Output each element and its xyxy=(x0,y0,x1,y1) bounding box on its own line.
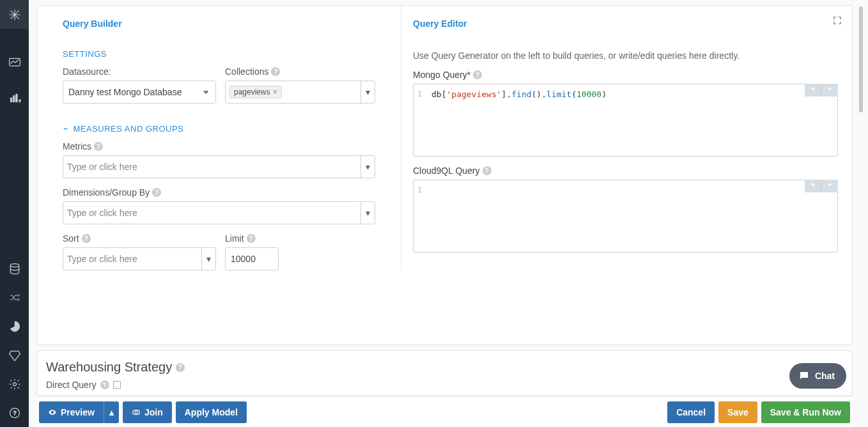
caret-down-icon[interactable]: ▾ xyxy=(201,248,215,270)
datasource-label: Datasource: xyxy=(63,66,216,77)
help-icon[interactable]: ? xyxy=(100,380,109,389)
save-button[interactable]: Save xyxy=(718,401,757,423)
svg-rect-1 xyxy=(10,98,12,102)
chat-button[interactable]: Chat xyxy=(789,363,846,389)
c9ql-code[interactable]: 1 xyxy=(414,180,837,251)
collections-label: Collections ? xyxy=(225,66,375,77)
help-icon[interactable]: ? xyxy=(483,166,492,175)
collection-chip[interactable]: pageviews × xyxy=(229,86,282,98)
datasource-select[interactable]: Danny test Mongo Database xyxy=(63,81,216,104)
nav-line-chart-icon[interactable] xyxy=(0,48,29,77)
svg-text:+: + xyxy=(18,98,20,104)
main-content: Query Builder SETTINGS Datasource: Danny… xyxy=(29,0,868,427)
help-icon[interactable]: ? xyxy=(94,142,103,151)
nav-gear-icon[interactable] xyxy=(0,369,29,398)
nav-shuffle-icon[interactable] xyxy=(0,283,29,312)
logo-icon[interactable] xyxy=(0,0,29,29)
preview-dropdown-button[interactable]: ▴ xyxy=(104,401,119,423)
svg-point-6 xyxy=(13,382,16,385)
cancel-button[interactable]: Cancel xyxy=(667,401,715,423)
direct-query-row: Direct Query ? xyxy=(46,380,841,390)
nav-pie-chart-icon[interactable] xyxy=(0,312,29,341)
help-icon[interactable]: ? xyxy=(176,363,185,372)
query-editor-column: Query Editor Use Query Generator on the … xyxy=(401,6,852,345)
svg-rect-2 xyxy=(13,95,15,102)
scrollbar-thumb[interactable] xyxy=(859,6,863,113)
help-icon[interactable]: ? xyxy=(82,234,91,243)
left-nav-rail: + ? xyxy=(0,0,29,427)
nav-bar-chart-icon[interactable]: + xyxy=(0,83,29,112)
measures-heading[interactable]: MEASURES AND GROUPS xyxy=(63,124,375,134)
sort-label: Sort ? xyxy=(63,233,216,244)
sort-combo[interactable]: Type or click here ▾ xyxy=(63,247,216,270)
remove-chip-icon[interactable]: × xyxy=(273,88,277,97)
svg-point-5 xyxy=(10,263,19,267)
svg-text:?: ? xyxy=(13,410,16,416)
query-editor-title: Query Editor xyxy=(413,19,838,29)
caret-down-icon[interactable]: ▾ xyxy=(360,81,375,103)
query-panel: Query Builder SETTINGS Datasource: Danny… xyxy=(36,5,853,345)
caret-down-icon[interactable]: ▾ xyxy=(360,156,375,178)
mongo-code[interactable]: 1db['pageviews'].find().limit(10000) xyxy=(414,84,837,155)
expand-icon[interactable] xyxy=(833,16,842,27)
footer-action-bar: Preview ▴ Join Apply Model Cancel Save S… xyxy=(36,396,853,427)
caret-down-icon[interactable]: ▾ xyxy=(360,202,375,224)
join-button[interactable]: Join xyxy=(123,401,172,423)
nav-gem-icon[interactable] xyxy=(0,341,29,369)
nav-help-icon[interactable]: ? xyxy=(0,398,29,427)
apply-model-button[interactable]: Apply Model xyxy=(176,401,247,423)
query-builder-title: Query Builder xyxy=(63,19,375,29)
mongo-query-label: Mongo Query* ? xyxy=(413,70,838,80)
settings-heading: SETTINGS xyxy=(63,49,375,59)
preview-button[interactable]: Preview xyxy=(39,401,104,423)
warehousing-title: Warehousing Strategy ? xyxy=(46,360,841,375)
metrics-combo[interactable]: Type or click here ▾ xyxy=(63,155,375,178)
query-builder-column: Query Builder SETTINGS Datasource: Danny… xyxy=(37,6,401,270)
mongo-query-editor[interactable]: 1db['pageviews'].find().limit(10000) xyxy=(413,84,838,157)
collections-combo[interactable]: pageviews × ▾ xyxy=(225,81,375,104)
help-icon[interactable]: ? xyxy=(152,188,161,197)
help-icon[interactable]: ? xyxy=(473,70,482,79)
c9ql-query-label: Cloud9QL Query ? xyxy=(413,166,838,176)
dimensions-combo[interactable]: Type or click here ▾ xyxy=(63,201,375,224)
help-icon[interactable]: ? xyxy=(247,234,256,243)
editor-hint: Use Query Generator on the left to build… xyxy=(413,50,838,61)
nav-database-icon[interactable] xyxy=(0,254,29,283)
c9ql-query-editor[interactable]: 1 xyxy=(413,180,838,252)
dimensions-label: Dimensions/Group By ? xyxy=(63,187,375,198)
limit-input[interactable] xyxy=(225,247,279,270)
save-run-button[interactable]: Save & Run Now xyxy=(761,401,850,423)
metrics-label: Metrics ? xyxy=(63,141,375,151)
help-icon[interactable]: ? xyxy=(271,67,280,76)
svg-rect-3 xyxy=(15,94,17,102)
direct-query-checkbox[interactable] xyxy=(113,381,121,389)
limit-label: Limit ? xyxy=(225,233,279,244)
warehousing-panel: Warehousing Strategy ? Direct Query ? xyxy=(36,350,853,396)
